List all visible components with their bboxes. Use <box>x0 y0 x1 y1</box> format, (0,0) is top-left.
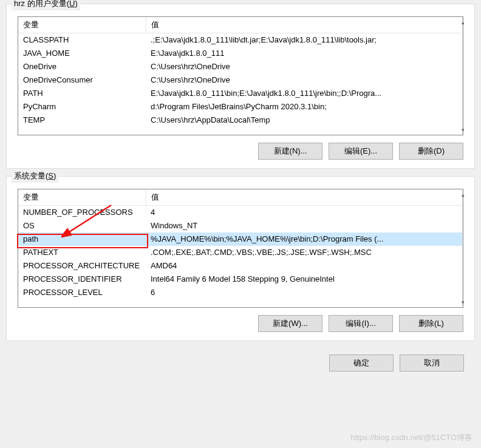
var-value-cell: E:\Java\jdk1.8.0_111 <box>146 47 462 60</box>
user-variables-table[interactable]: 变量 值 CLASSPATH.;E:\Java\jdk1.8.0_111\lib… <box>18 17 462 127</box>
var-value-cell: .COM;.EXE;.BAT;.CMD;.VBS;.VBE;.JS;.JSE;.… <box>146 246 462 259</box>
var-name-cell: CLASSPATH <box>18 33 146 47</box>
watermark-text: https://blog.csdn.net/@51CTO博客 <box>350 432 472 443</box>
var-name-cell: TEMP <box>18 114 146 127</box>
user-buttons-row: 新建(N)... 编辑(E)... 删除(D) <box>18 135 463 160</box>
user-variables-legend: hrz 的用户变量(U) <box>12 0 80 10</box>
table-row[interactable]: PATHE:\Java\jdk1.8.0_111\bin;E:\Java\jdk… <box>18 87 462 100</box>
sys-scrollbar[interactable]: ▴ ▾ <box>462 189 463 307</box>
var-value-cell: Windows_NT <box>146 219 462 232</box>
var-value-cell: C:\Users\hrz\OneDrive <box>146 73 462 87</box>
user-variables-group: hrz 的用户变量(U) 变量 值 CLASSPATH.;E:\Java\jdk… <box>6 4 475 169</box>
var-name-cell: JAVA_HOME <box>18 47 146 60</box>
table-row[interactable]: PyCharmd:\Program Files\JetBrains\PyChar… <box>18 100 462 114</box>
table-row[interactable]: OSWindows_NT <box>18 219 462 232</box>
var-value-cell: Intel64 Family 6 Model 158 Stepping 9, G… <box>146 273 462 286</box>
var-name-cell: NUMBER_OF_PROCESSORS <box>18 206 146 219</box>
sys-col-value[interactable]: 值 <box>146 189 462 206</box>
user-new-button[interactable]: 新建(N)... <box>258 143 322 160</box>
var-name-cell: path <box>18 232 146 246</box>
var-name-cell: PATHEXT <box>18 246 146 259</box>
table-row[interactable]: JAVA_HOMEE:\Java\jdk1.8.0_111 <box>18 47 462 60</box>
table-row[interactable]: path%JAVA_HOME%\bin;%JAVA_HOME%\jre\bin;… <box>18 232 462 246</box>
sys-new-button[interactable]: 新建(W)... <box>258 315 322 332</box>
var-value-cell: E:\Java\jdk1.8.0_111\bin;E:\Java\jdk1.8.… <box>146 87 462 100</box>
user-col-value[interactable]: 值 <box>146 17 462 33</box>
var-value-cell: C:\Users\hrz\OneDrive <box>146 60 462 73</box>
table-row[interactable]: OneDriveConsumerC:\Users\hrz\OneDrive <box>18 73 462 87</box>
user-variables-table-wrap: 变量 值 CLASSPATH.;E:\Java\jdk1.8.0_111\lib… <box>18 16 463 135</box>
table-row[interactable]: PROCESSOR_IDENTIFIERIntel64 Family 6 Mod… <box>18 273 462 286</box>
system-variables-table-wrap: 变量 值 NUMBER_OF_PROCESSORS4OSWindows_NTpa… <box>18 189 463 308</box>
table-row[interactable]: CLASSPATH.;E:\Java\jdk1.8.0_111\lib\dt.j… <box>18 33 462 47</box>
table-row[interactable]: PATHEXT.COM;.EXE;.BAT;.CMD;.VBS;.VBE;.JS… <box>18 246 462 259</box>
dialog-buttons-row: 确定 取消 <box>6 348 475 372</box>
var-value-cell: AMD64 <box>146 259 462 273</box>
system-variables-legend: 系统变量(S) <box>12 169 58 183</box>
var-name-cell: PROCESSOR_LEVEL <box>18 286 146 299</box>
user-edit-button[interactable]: 编辑(E)... <box>329 143 393 160</box>
var-name-cell: OneDriveConsumer <box>18 73 146 87</box>
var-name-cell: OneDrive <box>18 60 146 73</box>
system-buttons-row: 新建(W)... 编辑(I)... 删除(L) <box>18 308 463 332</box>
var-value-cell: 4 <box>146 206 462 219</box>
table-row[interactable]: TEMPC:\Users\hrz\AppData\Local\Temp <box>18 114 462 127</box>
var-name-cell: PATH <box>18 87 146 100</box>
table-row[interactable]: PROCESSOR_ARCHITECTUREAMD64 <box>18 259 462 273</box>
user-delete-button[interactable]: 删除(D) <box>399 143 463 160</box>
sys-delete-button[interactable]: 删除(L) <box>399 315 463 332</box>
var-value-cell: C:\Users\hrz\AppData\Local\Temp <box>146 114 462 127</box>
var-name-cell: OS <box>18 219 146 232</box>
system-variables-group: 系统变量(S) 变量 值 NUMBER_OF_PROCESSORS4OSWind… <box>6 176 475 341</box>
table-row[interactable]: PROCESSOR_LEVEL6 <box>18 286 462 299</box>
var-value-cell: .;E:\Java\jdk1.8.0_111\lib\dt.jar;E:\Jav… <box>146 33 462 47</box>
table-row[interactable]: OneDriveC:\Users\hrz\OneDrive <box>18 60 462 73</box>
var-value-cell: 6 <box>146 286 462 299</box>
var-value-cell: %JAVA_HOME%\bin;%JAVA_HOME%\jre\bin;D:\P… <box>146 232 462 246</box>
table-row[interactable]: NUMBER_OF_PROCESSORS4 <box>18 206 462 219</box>
ok-button[interactable]: 确定 <box>329 355 394 372</box>
var-name-cell: PyCharm <box>18 100 146 114</box>
var-value-cell: d:\Program Files\JetBrains\PyCharm 2020.… <box>146 100 462 114</box>
var-name-cell: PROCESSOR_IDENTIFIER <box>18 273 146 286</box>
system-variables-table[interactable]: 变量 值 NUMBER_OF_PROCESSORS4OSWindows_NTpa… <box>18 189 462 299</box>
user-col-name[interactable]: 变量 <box>18 17 146 33</box>
sys-edit-button[interactable]: 编辑(I)... <box>329 315 393 332</box>
user-scrollbar[interactable]: ▴ ▾ <box>462 17 463 135</box>
cancel-button[interactable]: 取消 <box>400 355 464 372</box>
sys-col-name[interactable]: 变量 <box>18 189 146 206</box>
var-name-cell: PROCESSOR_ARCHITECTURE <box>18 259 146 273</box>
